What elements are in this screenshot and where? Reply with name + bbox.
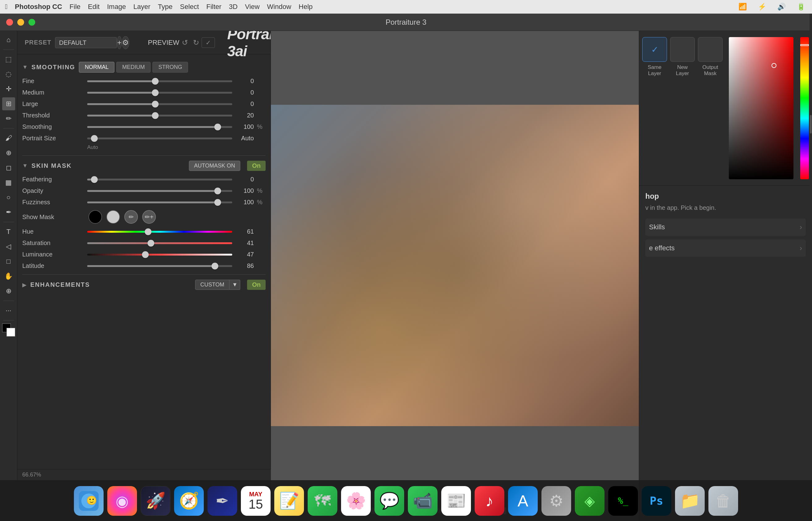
crop-tool[interactable]: ⊞: [2, 97, 15, 110]
color-gradient[interactable]: [729, 37, 793, 179]
skills-link[interactable]: Skills ›: [645, 219, 806, 236]
bluetooth-icon[interactable]: ⚡: [758, 3, 766, 11]
dock-rocket[interactable]: 🚀: [141, 486, 170, 516]
smoothing-normal-button[interactable]: NORMAL: [79, 62, 114, 73]
marquee-tool[interactable]: ⬚: [2, 53, 15, 66]
fine-slider-track[interactable]: [87, 80, 232, 82]
dodge-tool[interactable]: ○: [2, 191, 15, 204]
smoothing-slider-track[interactable]: [87, 126, 232, 128]
path-tool[interactable]: ◁: [2, 240, 15, 253]
enhancements-preset-dropdown[interactable]: ▼: [229, 280, 240, 290]
hue-slider-track[interactable]: [87, 231, 232, 233]
zoom-tool[interactable]: ⊕: [2, 285, 15, 298]
dock-finder[interactable]: 🙂: [74, 486, 104, 516]
right-scrollbar-thumb[interactable]: [810, 115, 812, 134]
saturation-slider-track[interactable]: [87, 242, 232, 244]
dock-calendar[interactable]: MAY 15: [241, 486, 270, 516]
preview-check-button[interactable]: ✓: [202, 38, 215, 48]
apple-menu[interactable]: : [5, 3, 7, 11]
hand-tool[interactable]: ✋: [2, 270, 15, 283]
text-tool[interactable]: T: [2, 225, 15, 238]
menubar-photoshop[interactable]: Photoshop CC: [15, 3, 62, 11]
menubar-window[interactable]: Window: [267, 3, 291, 11]
skinmask-on-button[interactable]: On: [247, 161, 266, 171]
smoothing-medium-button[interactable]: MEDIUM: [116, 62, 151, 73]
menubar-type[interactable]: Type: [158, 3, 173, 11]
smoothing-strong-button[interactable]: STRONG: [152, 62, 188, 73]
color-swatch[interactable]: [2, 323, 15, 337]
close-button[interactable]: [6, 19, 13, 26]
mask-pencil-button[interactable]: ✏: [124, 210, 138, 224]
menubar-edit[interactable]: Edit: [88, 3, 100, 11]
dock-terminal[interactable]: %_: [608, 486, 638, 516]
opacity-slider-track[interactable]: [87, 190, 232, 192]
dock-notes[interactable]: 📝: [274, 486, 304, 516]
lasso-tool[interactable]: ◌: [2, 68, 15, 81]
dock-news[interactable]: 📰: [441, 486, 471, 516]
volume-icon[interactable]: 🔊: [777, 3, 786, 11]
fuzziness-slider-track[interactable]: [87, 202, 232, 203]
dock-siri[interactable]: ◉: [107, 486, 137, 516]
automask-button[interactable]: AUTOMASK ON: [189, 161, 241, 171]
latitude-slider-track[interactable]: [87, 265, 232, 267]
eyedropper-tool[interactable]: ✏: [2, 112, 15, 125]
feathering-slider-track[interactable]: [87, 179, 232, 180]
menubar-file[interactable]: File: [70, 3, 81, 11]
menubar-filter[interactable]: Filter: [206, 3, 221, 11]
menubar-image[interactable]: Image: [107, 3, 126, 11]
move-tool[interactable]: ✛: [2, 83, 15, 95]
undo-button[interactable]: ↺: [179, 37, 191, 48]
portrait-size-track[interactable]: [87, 137, 232, 139]
large-slider-track[interactable]: [87, 103, 232, 105]
mask-black-button[interactable]: [88, 210, 102, 224]
new-layer-option[interactable]: New Layer: [670, 37, 695, 77]
color-picker-container[interactable]: [729, 37, 809, 179]
preset-add-button[interactable]: +: [117, 36, 122, 49]
dock-systemprefs[interactable]: ⚙: [542, 486, 571, 516]
enhancements-on-button[interactable]: On: [247, 280, 266, 290]
canvas-viewport[interactable]: [271, 31, 639, 500]
effects-link[interactable]: e effects ›: [645, 240, 806, 257]
dock-music[interactable]: ♪: [475, 486, 504, 516]
home-tool[interactable]: ⌂: [2, 33, 15, 46]
output-mask-checkbox[interactable]: [698, 37, 723, 62]
minimize-button[interactable]: [17, 19, 24, 26]
same-layer-option[interactable]: ✓ Same Layer: [642, 37, 667, 77]
medium-slider-track[interactable]: [87, 92, 232, 94]
eraser-tool[interactable]: ◻: [2, 161, 15, 174]
new-layer-checkbox[interactable]: [670, 37, 695, 62]
dock-pixelmator[interactable]: ✒: [207, 486, 237, 516]
dock-folder[interactable]: 📁: [675, 486, 705, 516]
dock-facetime[interactable]: 📹: [408, 486, 438, 516]
mask-white-button[interactable]: [106, 210, 120, 224]
wifi-icon[interactable]: 📶: [739, 3, 747, 11]
dock-safari[interactable]: 🧭: [174, 486, 204, 516]
threshold-slider-track[interactable]: [87, 115, 232, 116]
dock-codepoint[interactable]: ◈: [575, 486, 605, 516]
dock-photos[interactable]: 🌸: [341, 486, 371, 516]
enhancements-preset-button[interactable]: CUSTOM: [195, 280, 230, 290]
clone-tool[interactable]: ⊕: [2, 146, 15, 159]
plugin-content-scroll[interactable]: ▼ SMOOTHING NORMAL MEDIUM STRONG Fine: [17, 54, 270, 521]
mask-pencil-plus-button[interactable]: ✏+: [142, 210, 156, 224]
luminance-slider-track[interactable]: [87, 254, 232, 255]
right-scrollbar[interactable]: [810, 31, 812, 521]
hue-bar[interactable]: [800, 37, 809, 179]
maximize-button[interactable]: [28, 19, 35, 26]
dock-messages[interactable]: 💬: [374, 486, 404, 516]
menubar-help[interactable]: Help: [299, 3, 313, 11]
menubar-view[interactable]: View: [245, 3, 259, 11]
same-layer-checkbox[interactable]: ✓: [642, 37, 667, 62]
gradient-tool[interactable]: ▦: [2, 176, 15, 189]
dock-trash[interactable]: 🗑: [708, 486, 738, 516]
preset-dropdown[interactable]: DEFAULT: [55, 37, 117, 48]
pen-tool[interactable]: ✒: [2, 206, 15, 219]
menubar-select[interactable]: Select: [180, 3, 199, 11]
menubar-layer[interactable]: Layer: [133, 3, 150, 11]
redo-button[interactable]: ↻: [191, 37, 202, 48]
output-mask-option[interactable]: Output Mask: [698, 37, 723, 77]
dock-appstore[interactable]: A: [508, 486, 538, 516]
preset-settings-button[interactable]: ⚙: [122, 36, 129, 49]
more-tools[interactable]: ···: [2, 304, 15, 317]
menubar-3d[interactable]: 3D: [229, 3, 238, 11]
